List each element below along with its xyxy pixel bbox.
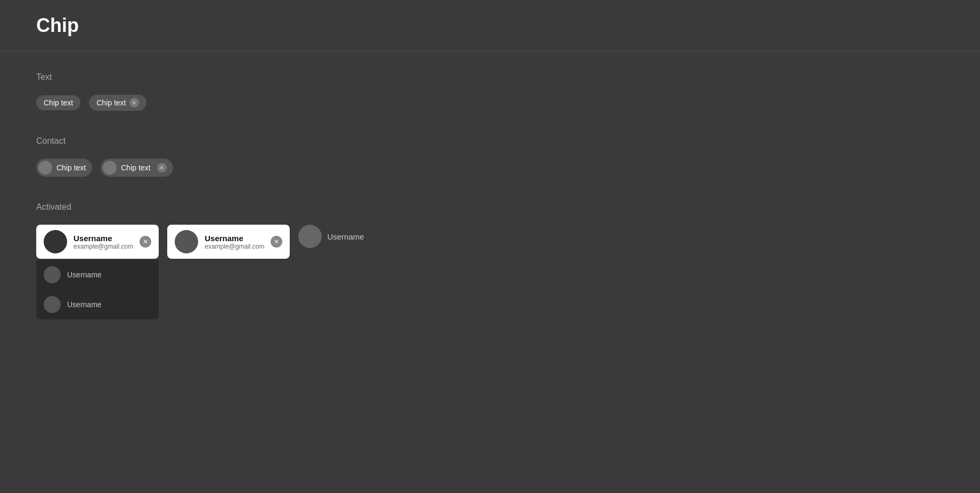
contact-chip-1-avatar [38,161,52,175]
text-chip-2-label: Chip text [96,98,126,107]
activated-chip-3-avatar [298,225,322,248]
contact-section-label: Contact [36,136,944,146]
activated-section-label: Activated [36,202,944,212]
activated-chip-1-username: Username [74,234,133,243]
activated-chip-3-username: Username [327,232,364,241]
dropdown-item-2[interactable]: Username [36,290,159,319]
dropdown-item-2-username: Username [67,300,102,309]
contact-chip-1[interactable]: Chip text [36,159,92,177]
activated-chip-2-username: Username [205,234,264,243]
text-chips-row: Chip text Chip text ✕ [36,95,944,111]
contact-chip-2-label: Chip text [121,163,150,172]
contact-chips-row: Chip text Chip text ✕ [36,159,944,177]
activated-chip-2-avatar [175,230,198,253]
text-section-label: Text [36,72,944,82]
activated-chip-2[interactable]: Username example@gmail.com ✕ [167,225,290,259]
activated-chip-1-dropdown: Username Username [36,260,159,319]
text-section: Text Chip text Chip text ✕ [36,72,944,111]
activated-chips-row: Username example@gmail.com ✕ Username Us… [36,225,944,259]
activated-chip-2-wrapper: Username example@gmail.com ✕ [167,225,290,259]
dropdown-item-1-username: Username [67,270,102,279]
contact-chip-2-close-icon[interactable]: ✕ [157,163,167,172]
contact-chip-2[interactable]: Chip text ✕ [101,159,173,177]
dropdown-item-1-avatar [44,266,61,283]
activated-section: Activated Username example@gmail.com ✕ U… [36,202,944,259]
page-title: Chip [36,14,79,37]
dropdown-item-1[interactable]: Username [36,260,159,290]
activated-chip-1-wrapper: Username example@gmail.com ✕ Username Us… [36,225,159,259]
text-chip-2[interactable]: Chip text ✕ [89,95,146,111]
activated-chip-2-user-info: Username example@gmail.com [205,234,264,250]
activated-chip-2-close-icon[interactable]: ✕ [271,236,282,248]
activated-chip-1-user-info: Username example@gmail.com [74,234,133,250]
page-header: Chip [0,0,980,51]
activated-chip-2-email: example@gmail.com [205,243,264,250]
activated-chip-1-close-icon[interactable]: ✕ [140,236,151,248]
text-chip-2-close-icon[interactable]: ✕ [129,98,139,108]
text-chip-1[interactable]: Chip text [36,95,80,110]
main-content: Text Chip text Chip text ✕ Contact Chip … [0,51,980,306]
contact-section: Contact Chip text Chip text ✕ [36,136,944,177]
contact-chip-2-avatar [103,161,117,175]
contact-chip-1-label: Chip text [56,163,86,172]
text-chip-1-label: Chip text [44,98,73,107]
dropdown-item-2-avatar [44,296,61,313]
activated-chip-1[interactable]: Username example@gmail.com ✕ [36,225,159,259]
activated-chip-1-email: example@gmail.com [74,243,133,250]
activated-chip-1-avatar [44,230,67,253]
activated-chip-3[interactable]: Username [298,225,364,248]
